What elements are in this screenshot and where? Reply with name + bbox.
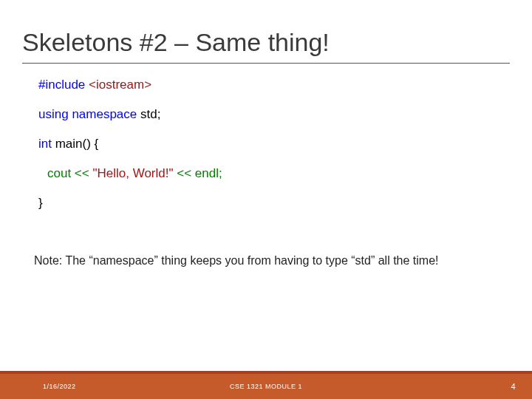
code-line-close: } — [38, 195, 510, 211]
code-line-include: #include <iostream> — [38, 77, 510, 93]
code-line-using: using namespace std; — [38, 106, 510, 123]
identifier-endl: endl; — [195, 166, 222, 180]
footer-module: CSE 1321 MODULE 1 — [0, 383, 532, 390]
code-block: #include <iostream> using namespace std;… — [22, 77, 510, 211]
brace-close: } — [38, 196, 43, 210]
header-iostream: <iostream> — [89, 78, 151, 92]
title-divider — [22, 63, 510, 64]
identifier-cout: cout — [47, 166, 75, 180]
string-literal: "Hello, World!" — [92, 166, 177, 180]
note-text: Note: The “namespace” thing keeps you fr… — [22, 254, 510, 267]
keyword-int: int — [38, 137, 55, 151]
operator-insert-1: << — [75, 166, 93, 180]
keyword-namespace: namespace — [72, 107, 140, 121]
identifier-std: std; — [140, 107, 160, 121]
footer: 1/16/2022 CSE 1321 MODULE 1 4 — [0, 371, 532, 399]
footer-date: 1/16/2022 — [43, 383, 76, 390]
keyword-include: #include — [38, 78, 89, 92]
slide: Skeletons #2 – Same thing! #include <ios… — [0, 0, 532, 399]
main-signature: main() { — [55, 137, 99, 151]
keyword-using: using — [38, 107, 72, 121]
code-line-cout: cout << "Hello, World!" << endl; — [38, 166, 510, 182]
operator-insert-2: << — [177, 166, 195, 180]
footer-page-number: 4 — [511, 382, 516, 391]
code-line-main: int main() { — [38, 136, 510, 152]
slide-title: Skeletons #2 – Same thing! — [22, 28, 510, 57]
footer-bar: 1/16/2022 CSE 1321 MODULE 1 4 — [0, 374, 532, 399]
